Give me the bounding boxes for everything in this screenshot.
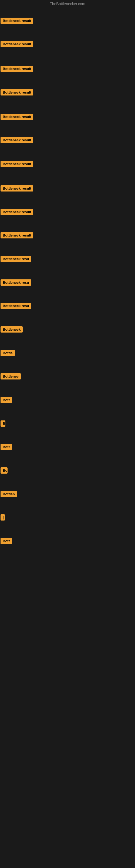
bottleneck-result-row: Bott [1, 397, 12, 404]
bottleneck-result-row: Bottlen [1, 491, 17, 498]
bottleneck-result-badge[interactable]: | [1, 514, 5, 521]
bottleneck-result-row: B [1, 421, 5, 428]
bottleneck-result-badge[interactable]: Bo [1, 467, 8, 474]
bottleneck-result-badge[interactable]: Bottleneck result [1, 137, 33, 143]
bottleneck-result-row: Bottleneck result [1, 41, 33, 48]
bottleneck-result-row: Bo [1, 467, 8, 475]
bottleneck-result-row: Bottleneck [1, 326, 23, 334]
bottleneck-result-row: Bottleneck result [1, 209, 33, 216]
bottleneck-result-row: Bottleneck result [1, 66, 33, 73]
site-title: TheBottlenecker.com [0, 0, 135, 8]
bottleneck-result-row: Bottleneck resu [1, 256, 31, 263]
bottleneck-result-row: Bottleneck resu [1, 279, 31, 287]
bottleneck-result-badge[interactable]: Bott [1, 538, 12, 544]
bottleneck-result-badge[interactable]: Bottleneck result [1, 185, 33, 191]
bottleneck-result-row: Bott [1, 444, 12, 451]
bottleneck-result-row: Bott [1, 538, 12, 545]
bottleneck-result-badge[interactable]: Bottleneck resu [1, 256, 31, 262]
bottleneck-result-row: Bottleneck result [1, 185, 33, 193]
bottleneck-result-badge[interactable]: Bottlenec [1, 373, 21, 379]
bottleneck-result-badge[interactable]: Bottleneck resu [1, 303, 31, 309]
bottleneck-result-badge[interactable]: Bottleneck result [1, 114, 33, 120]
bottleneck-result-badge[interactable]: Bottleneck [1, 326, 23, 333]
bottleneck-result-badge[interactable]: Bott [1, 397, 12, 403]
bottleneck-result-row: Bottleneck result [1, 137, 33, 144]
bottleneck-result-badge[interactable]: Bott [1, 444, 12, 450]
bottleneck-result-badge[interactable]: Bottleneck resu [1, 279, 31, 286]
bottleneck-result-badge[interactable]: Bottleneck result [1, 161, 33, 167]
bottleneck-result-row: Bottleneck result [1, 18, 33, 25]
bottleneck-result-badge[interactable]: Bottleneck result [1, 89, 33, 95]
bottleneck-result-row: Bottle [1, 350, 15, 357]
bottleneck-result-row: Bottleneck result [1, 232, 33, 240]
bottleneck-result-row: Bottleneck result [1, 89, 33, 97]
bottleneck-result-row: Bottleneck resu [1, 303, 31, 310]
bottleneck-result-row: | [1, 514, 5, 522]
bottleneck-result-badge[interactable]: Bottleneck result [1, 66, 33, 72]
bottleneck-result-row: Bottleneck result [1, 161, 33, 168]
bottleneck-result-row: Bottleneck result [1, 114, 33, 121]
bottleneck-result-badge[interactable]: Bottleneck result [1, 232, 33, 239]
bottleneck-result-badge[interactable]: B [1, 421, 5, 427]
bottleneck-result-badge[interactable]: Bottle [1, 350, 15, 356]
bottleneck-result-badge[interactable]: Bottleneck result [1, 41, 33, 47]
bottleneck-result-row: Bottlenec [1, 373, 21, 380]
bottleneck-result-badge[interactable]: Bottleneck result [1, 18, 33, 24]
bottleneck-result-badge[interactable]: Bottleneck result [1, 209, 33, 215]
bottleneck-result-badge[interactable]: Bottlen [1, 491, 17, 497]
